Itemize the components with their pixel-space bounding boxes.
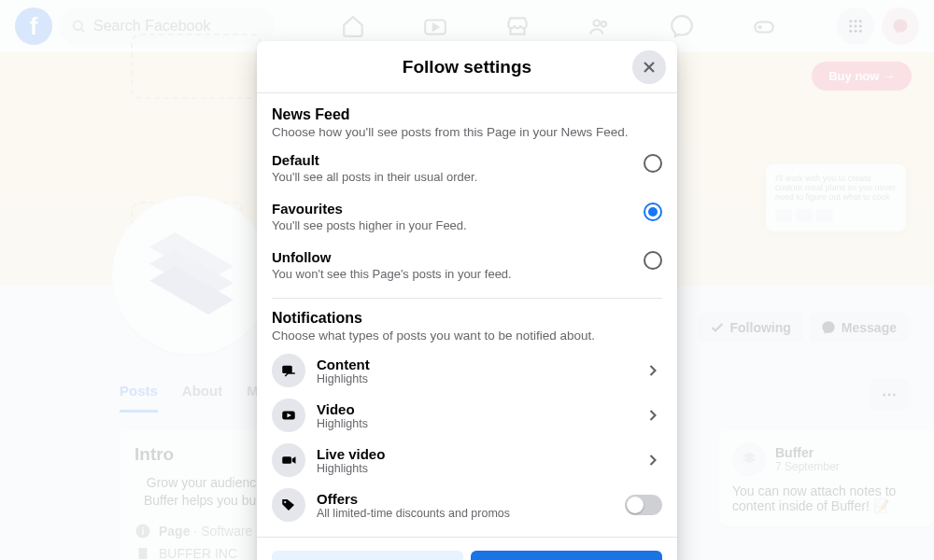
option-desc: You'll see posts higher in your Feed.	[272, 218, 467, 232]
offers-icon	[272, 488, 305, 522]
content-icon	[272, 354, 305, 387]
notification-label: Offers	[317, 491, 614, 507]
notification-row-video[interactable]: VideoHighlights	[272, 393, 662, 438]
notification-row-live-video[interactable]: Live videoHighlights	[272, 438, 662, 483]
notification-label: Live video	[317, 446, 632, 462]
notification-label: Content	[317, 357, 632, 372]
option-label: Default	[272, 152, 477, 168]
radio-button[interactable]	[644, 154, 662, 173]
video-icon	[272, 399, 305, 432]
chevron-right-icon	[644, 361, 662, 380]
svg-rect-25	[282, 366, 292, 373]
option-label: Favourites	[272, 201, 467, 217]
modal-footer: Cancel Update	[257, 537, 677, 560]
newsfeed-section-desc: Choose how you'll see posts from this Pa…	[272, 125, 662, 139]
update-button[interactable]: Update	[471, 551, 662, 560]
svg-rect-28	[282, 456, 291, 464]
notifications-section-desc: Choose what types of posts you want to b…	[272, 329, 662, 343]
chevron-right-icon	[644, 451, 662, 469]
modal-title: Follow settings	[403, 57, 531, 77]
radio-button[interactable]	[644, 251, 662, 270]
toggle-switch[interactable]	[625, 495, 662, 515]
notification-desc: Highlights	[317, 372, 632, 385]
notification-label: Video	[317, 401, 632, 417]
option-label: Unfollow	[272, 249, 512, 265]
notification-row-offers[interactable]: OffersAll limited-time discounts and pro…	[272, 483, 662, 527]
option-desc: You'll see all posts in their usual orde…	[272, 170, 477, 184]
svg-marker-29	[292, 456, 296, 464]
notification-row-content[interactable]: ContentHighlights	[272, 348, 662, 393]
notification-desc: Highlights	[317, 462, 632, 475]
notifications-section-title: Notifications	[272, 310, 662, 327]
separator	[272, 298, 662, 299]
notification-desc: Highlights	[317, 417, 632, 430]
svg-point-30	[284, 501, 286, 503]
close-icon	[640, 58, 658, 77]
follow-settings-modal: Follow settings News Feed Choose how you…	[257, 41, 677, 560]
livevideo-icon	[272, 443, 305, 477]
newsfeed-option-unfollow[interactable]: UnfollowYou won't see this Page's posts …	[272, 236, 662, 285]
radio-button[interactable]	[644, 203, 662, 221]
newsfeed-option-favourites[interactable]: FavouritesYou'll see posts higher in you…	[272, 188, 662, 236]
newsfeed-section-title: News Feed	[272, 106, 662, 123]
notification-desc: All limited-time discounts and promos	[317, 507, 614, 520]
cancel-button[interactable]: Cancel	[272, 551, 463, 560]
option-desc: You won't see this Page's posts in your …	[272, 267, 512, 281]
chevron-right-icon	[644, 406, 662, 425]
close-button[interactable]	[632, 50, 666, 84]
newsfeed-option-default[interactable]: DefaultYou'll see all posts in their usu…	[272, 139, 662, 188]
modal-header: Follow settings	[257, 41, 677, 93]
